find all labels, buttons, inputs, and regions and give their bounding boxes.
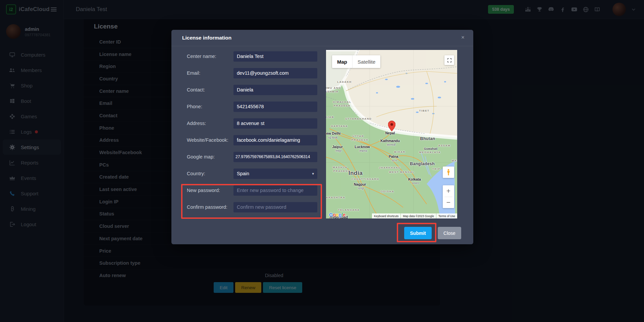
zoom-out-button[interactable]: − [443,197,454,208]
map-label: TELANGANA [338,208,360,211]
map-label: HIMACHAL [333,101,351,104]
field-label: Center name: [187,54,233,59]
form-row-center-name: Center name: [187,48,322,65]
map-label: Jaipur [332,145,343,149]
field-label: Website/Facebook: [187,137,233,143]
map-label: WEST BENGAL [389,171,415,174]
map-label: MMU AND [326,86,341,89]
contactinput[interactable] [233,85,317,95]
map-attribution: Keyboard shortcutsMap data ©2023 GoogleT… [372,213,457,218]
addressinput[interactable] [233,118,317,129]
form-row-confirm-password: Confirm password: [187,199,322,215]
map-label: Guwahati [424,147,438,150]
map-label: Kolkata [408,177,421,181]
map-label: PRADESH [352,138,368,141]
map-label: लखनऊ [359,149,367,153]
map-label: TRIP [432,168,441,171]
form-row-google-map: Google map: [187,148,322,165]
map-label: जयपुर [335,149,341,153]
map-label: MAN [451,159,457,162]
map-label: Bangladesh [410,162,435,166]
modal-title: License information [182,35,231,41]
map-label: India [348,170,363,177]
map-label: Patna [389,154,398,158]
map-label: ew Delhi [326,131,341,135]
form-row-new-password: New password: [187,182,322,199]
fullscreen-icon[interactable] [444,55,454,65]
phoneinput[interactable] [233,102,317,112]
modal-header: License information [171,30,473,46]
map-label: नई दिल्ली [328,136,337,140]
selected-value: Spain [237,171,249,176]
map-label: ASSAM [438,144,451,147]
map-label: NJAB [326,116,334,119]
confirm-passwordinput[interactable] [233,202,317,212]
satellite-tab[interactable]: Satellite [353,55,380,68]
map-label: Bhutan [420,136,435,141]
map-label: JHARKHAND [379,166,400,169]
field-label: Contact: [187,87,233,92]
map-label: HARYANA [331,125,348,128]
attribution-map-data-2023-google[interactable]: Map data ©2023 Google [401,213,436,218]
map-zoom-control: + − [443,185,454,208]
countryselect[interactable]: Spain▾ [233,169,317,179]
field-label: Email: [187,70,233,76]
license-form: Center name:Email:Contact:Phone:Address:… [187,48,322,215]
map-label: PRADESH [334,104,351,107]
map-label: Nagpur [354,182,366,186]
chevron-down-icon: ▾ [312,172,314,176]
map-label: नागपूर [358,187,364,190]
app-root: i2 iCafeCloud Daniela Test 538 days admi… [0,0,644,322]
close-button[interactable]: Close [438,227,461,239]
map-label: ODISHA [381,190,394,193]
map-label: CHHATTISGARH [352,178,379,181]
form-row-address: Address: [187,115,322,132]
form-row-phone: Phone: [187,98,322,115]
field-label: New password: [187,188,233,193]
map-label: MEGHALAYA [419,151,441,154]
google-map[interactable]: LADAKHMMU ANDASHMIRHIMACHALPRADESHTIBETN… [326,50,457,218]
submit-button[interactable]: Submit [404,227,432,239]
new-passwordinput[interactable] [233,185,317,196]
attribution-terms-of-use[interactable]: Terms of Use [436,213,457,218]
field-label: Phone: [187,104,233,109]
map-tab[interactable]: Map [332,55,353,68]
map-label: काठमाडौं [387,143,395,147]
zoom-in-button[interactable]: + [443,185,454,197]
center-nameinput[interactable] [233,51,317,62]
map-label: ASHMIR [326,90,339,93]
map-label: UTTAR [353,135,364,138]
map-label: PRADESH [333,170,350,173]
field-label: Google map: [187,154,233,159]
map-label: কলকাতা [412,182,419,185]
form-row-website-facebook: Website/Facebook: [187,132,322,148]
google-logo[interactable]: Google [329,212,345,217]
field-label: Confirm password: [187,204,233,210]
map-label: HARASHTRA [326,196,345,199]
google-mapinput[interactable] [233,152,317,162]
field-label: Country: [187,171,233,176]
map-label: BIHAR [394,150,405,153]
map-label: Lucknow [355,145,370,149]
emailinput[interactable] [233,68,317,78]
website-facebookinput[interactable] [233,135,317,145]
field-label: Address: [187,121,233,126]
form-row-country: Country:Spain▾ [187,165,322,182]
form-row-contact: Contact: [187,81,322,98]
map-label: पटना [392,159,397,163]
close-icon[interactable]: × [459,34,467,41]
map-label: MADHYA [333,166,347,169]
map-label: Kathmandu [380,139,400,143]
attribution-keyboard-shortcuts[interactable]: Keyboard shortcuts [372,213,400,218]
map-type-control: Map Satellite [332,55,380,68]
form-row-email: Email: [187,65,322,81]
map-labels: LADAKHMMU ANDASHMIRHIMACHALPRADESHTIBETN… [326,50,457,218]
map-marker-icon [388,121,395,131]
pegman-icon[interactable] [443,167,454,178]
license-information-modal: License information × Center name:Email:… [171,30,473,244]
map-label: TIBET [419,109,429,112]
map-label: LADAKH [337,80,352,83]
map-label: Nepal [385,131,395,135]
map-label: UTTARAKHAND [345,117,372,120]
